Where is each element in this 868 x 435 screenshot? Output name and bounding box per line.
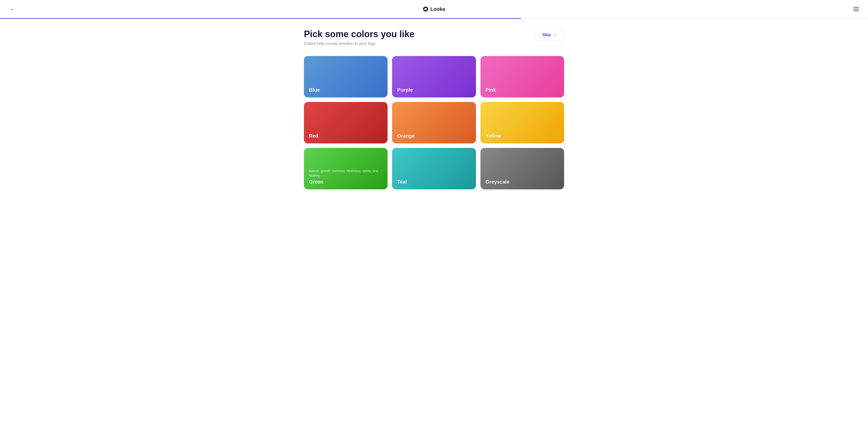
color-card-blue[interactable]: Blue — [304, 56, 388, 97]
main-content: Pick some colors you like Colors help co… — [296, 19, 572, 205]
color-label-orange: Orange — [397, 133, 415, 139]
page-header: Pick some colors you like Colors help co… — [304, 29, 564, 46]
color-label-greyscale: Greyscale — [486, 179, 509, 185]
svg-point-1 — [425, 8, 427, 10]
color-label-teal: Teal — [397, 179, 407, 185]
header: ← Looka — [0, 0, 868, 18]
color-card-teal[interactable]: Teal — [392, 148, 476, 189]
menu-button[interactable] — [852, 6, 860, 12]
color-label-blue: Blue — [309, 87, 320, 93]
color-card-red[interactable]: Red — [304, 102, 388, 144]
logo: Looka — [423, 6, 445, 12]
back-button[interactable]: ← — [8, 4, 17, 13]
page-subtitle: Colors help convey emotion in your logo — [304, 41, 414, 46]
color-grid: BluePurplePinkRedOrangeYellowNature, gro… — [304, 56, 564, 189]
color-card-pink[interactable]: Pink — [480, 56, 564, 97]
color-label-yellow: Yellow — [486, 133, 501, 139]
title-area: Pick some colors you like Colors help co… — [304, 29, 414, 46]
color-sublabel-green: Nature, growth, harmony, freshness, safe… — [309, 169, 382, 178]
skip-button[interactable]: Skip → — [535, 29, 564, 41]
logo-text: Looka — [431, 6, 445, 12]
color-card-green[interactable]: Nature, growth, harmony, freshness, safe… — [304, 148, 388, 189]
page-title: Pick some colors you like — [304, 29, 414, 39]
color-card-purple[interactable]: Purple — [392, 56, 476, 97]
color-label-green: Green — [309, 179, 323, 185]
color-label-pink: Pink — [486, 87, 496, 93]
color-card-yellow[interactable]: Yellow — [480, 102, 564, 144]
color-card-greyscale[interactable]: Greyscale — [480, 148, 564, 189]
skip-arrow-icon: → — [553, 33, 557, 37]
logo-icon — [423, 6, 429, 12]
color-label-red: Red — [309, 133, 318, 139]
skip-label: Skip — [542, 33, 551, 37]
color-label-purple: Purple — [397, 87, 413, 93]
color-card-orange[interactable]: Orange — [392, 102, 476, 144]
